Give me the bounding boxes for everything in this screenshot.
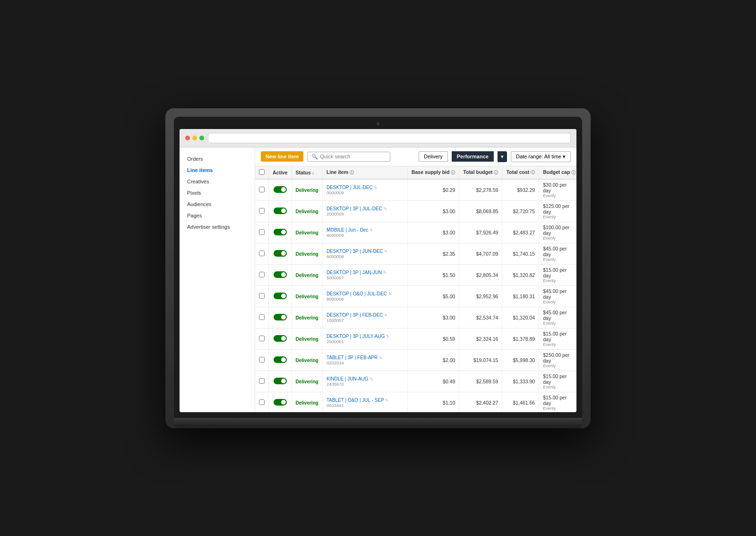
- row-status-cell: Delivering: [292, 264, 322, 285]
- budgetcap-value: $15.00 per day: [543, 373, 576, 385]
- sidebar-item-creatives[interactable]: Creatives: [180, 176, 255, 187]
- performance-button[interactable]: Performance: [452, 151, 494, 162]
- line-item-name[interactable]: TABLET | 3P | FEB-APR ✎: [326, 355, 404, 360]
- row-checkbox[interactable]: [259, 399, 265, 405]
- active-toggle[interactable]: [274, 335, 287, 342]
- active-toggle[interactable]: [274, 250, 287, 257]
- row-checkbox[interactable]: [259, 378, 265, 384]
- row-check-cell: [255, 243, 269, 264]
- cost-value: $1,320.82: [513, 272, 535, 278]
- new-line-item-button[interactable]: New line item: [261, 151, 303, 162]
- traffic-lights: [185, 136, 204, 140]
- row-checkbox[interactable]: [259, 314, 265, 320]
- row-cost-cell: $2,483.27: [502, 222, 539, 243]
- sidebar-item-audiences[interactable]: Audiences: [180, 199, 255, 210]
- search-icon: 🔍: [311, 154, 318, 160]
- row-active-cell: [269, 328, 292, 349]
- row-status-cell: Delivering: [292, 328, 322, 349]
- sidebar-item-advertiser-settings[interactable]: Advertiser settings: [180, 221, 255, 233]
- active-toggle[interactable]: [274, 271, 287, 278]
- line-item-name[interactable]: DESKTOP | 3P | JUL-DEC ✎: [326, 206, 404, 211]
- delivery-button[interactable]: Delivery: [419, 151, 448, 162]
- line-item-name[interactable]: KINDLE | JUN-AUG ✎: [326, 376, 404, 381]
- row-status-cell: Delivering: [292, 200, 322, 222]
- row-cost-cell: $2,720.75: [502, 200, 539, 222]
- row-checkbox[interactable]: [259, 357, 265, 363]
- line-item-name[interactable]: DESKTOP | JUL-DEC ✎: [326, 185, 404, 190]
- sidebar-item-orders[interactable]: Orders: [180, 153, 255, 164]
- budgetcap-value: $30.00 per day: [543, 182, 576, 193]
- active-toggle[interactable]: [274, 186, 287, 193]
- active-toggle[interactable]: [274, 229, 287, 235]
- status-badge: Delivering: [296, 251, 318, 257]
- status-badge: Delivering: [296, 315, 318, 320]
- row-budget-cell: $2,534.74: [459, 307, 502, 328]
- row-lineitem-cell: DESKTOP | JUL-DEC ✎ 0000009: [322, 179, 407, 201]
- row-checkbox[interactable]: [259, 208, 265, 214]
- cost-value: $1,180.31: [513, 294, 535, 299]
- row-status-cell: Delivering: [292, 243, 322, 264]
- search-input[interactable]: [320, 154, 386, 159]
- row-cost-cell: $1,378.89: [502, 328, 539, 349]
- status-badge: Delivering: [296, 230, 318, 235]
- row-lineitem-cell: DESKTOP | O&O | JUL-DEC ✎ 8000006: [322, 285, 407, 307]
- sidebar-item-pixels[interactable]: Pixels: [180, 187, 255, 199]
- col-header-budgetcap[interactable]: Budget cap ⓘ: [539, 166, 576, 179]
- col-header-bid[interactable]: Base supply bid ⓘ: [407, 166, 459, 179]
- bid-value: $0.49: [443, 379, 455, 384]
- row-checkbox[interactable]: [259, 229, 265, 235]
- col-header-status[interactable]: Status ↕: [292, 166, 322, 179]
- sidebar-item-pages[interactable]: Pages: [180, 210, 255, 221]
- bid-value: $5.00: [443, 294, 455, 299]
- active-toggle[interactable]: [274, 293, 287, 299]
- budget-value: $2,952.96: [476, 294, 498, 299]
- row-bid-cell: $1.50: [407, 264, 459, 285]
- row-budgetcap-cell: $15.00 per day Evenly: [539, 371, 576, 392]
- select-all-checkbox[interactable]: [259, 169, 265, 175]
- line-item-id: 2000009: [326, 211, 404, 216]
- toolbar: New line item 🔍 Delivery Performance ▾ D…: [255, 147, 576, 166]
- col-header-budget[interactable]: Total budget ⓘ: [459, 166, 502, 179]
- row-lineitem-cell: DESKTOP | 3P | JAN-JUN ✎ 6000007: [322, 264, 407, 285]
- row-checkbox[interactable]: [259, 336, 265, 341]
- screen-bezel: Orders Line items Creatives Pixels Audie…: [174, 117, 582, 418]
- address-bar[interactable]: [208, 133, 571, 143]
- line-item-name[interactable]: TABLET | O&O | JUL - SEP ✎: [326, 398, 404, 403]
- active-toggle[interactable]: [274, 207, 287, 214]
- col-header-lineitem[interactable]: Line item ⓘ: [322, 166, 407, 179]
- row-budget-cell: $2,402.27: [459, 392, 502, 412]
- close-button[interactable]: [185, 136, 190, 140]
- line-item-name[interactable]: DESKTOP | 3P | JAN-JUN ✎: [326, 270, 404, 275]
- budget-value: $2,805.34: [476, 272, 498, 278]
- sidebar-item-line-items[interactable]: Line items: [180, 164, 255, 176]
- active-toggle[interactable]: [274, 356, 287, 363]
- row-checkbox[interactable]: [259, 187, 265, 192]
- line-item-name[interactable]: DESKTOP | 3P | JUN-DEC ✎: [326, 249, 404, 254]
- row-lineitem-cell: DESKTOP | 3P | JULY-AUG ✎ 2000001: [322, 328, 407, 349]
- cost-value: $1,320.04: [513, 315, 535, 320]
- camera: [377, 122, 379, 125]
- row-checkbox[interactable]: [259, 293, 265, 299]
- row-status-cell: Delivering: [292, 307, 322, 328]
- row-check-cell: [255, 349, 269, 371]
- budgetcap-type: Evenly: [543, 215, 576, 219]
- budgetcap-type: Evenly: [543, 257, 576, 262]
- line-item-name[interactable]: MOBILE | Jun - Dec ✎: [326, 227, 404, 233]
- active-toggle[interactable]: [274, 314, 287, 320]
- performance-dropdown-button[interactable]: ▾: [498, 151, 507, 162]
- line-item-name[interactable]: DESKTOP | 3P | JULY-AUG ✎: [326, 334, 404, 339]
- line-item-id: 6000007: [326, 275, 404, 280]
- table-row: Delivering DESKTOP | 3P | JULY-AUG ✎ 200…: [255, 328, 576, 349]
- budgetcap-type: Evenly: [543, 236, 576, 241]
- row-active-cell: [269, 222, 292, 243]
- minimize-button[interactable]: [192, 136, 197, 140]
- line-item-name[interactable]: DESKTOP | O&O | JUL-DEC ✎: [326, 291, 404, 296]
- active-toggle[interactable]: [274, 399, 287, 406]
- row-checkbox[interactable]: [259, 272, 265, 277]
- row-checkbox[interactable]: [259, 251, 265, 256]
- maximize-button[interactable]: [199, 136, 204, 140]
- active-toggle[interactable]: [274, 378, 287, 384]
- date-range-button[interactable]: Date range: All time ▾: [511, 151, 571, 162]
- line-item-name[interactable]: DESKTOP | 3P | FEB-DEC ✎: [326, 312, 404, 318]
- col-header-cost[interactable]: Total cost ⓘ: [502, 166, 539, 179]
